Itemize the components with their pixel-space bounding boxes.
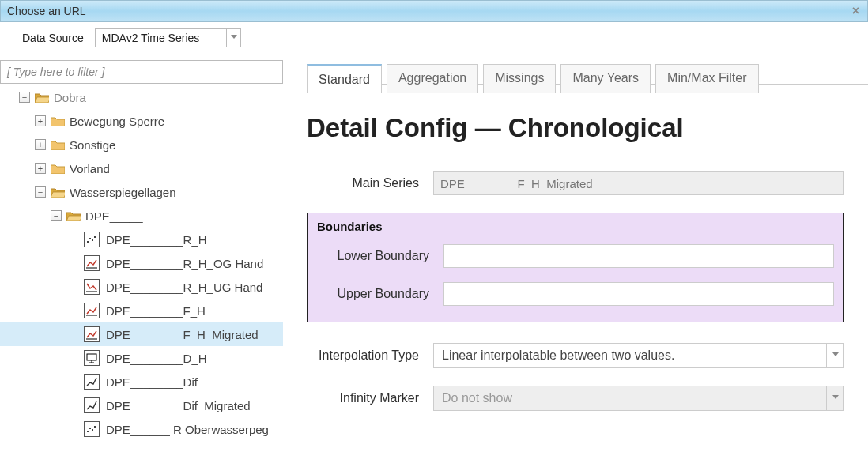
value-text: DPE________F_H_Migrated: [440, 177, 593, 190]
tree-label: DPE________R_H_UG Hand: [106, 281, 262, 294]
tab-aggregation[interactable]: Aggregation: [387, 64, 478, 93]
tree-item[interactable]: DPE________Dif_Migrated: [0, 394, 283, 417]
folder-open-icon: [35, 92, 49, 103]
interpolation-label: Interpolation Type: [307, 348, 433, 363]
line-icon: [84, 397, 100, 413]
monitor-icon: [84, 350, 100, 366]
chevron-down-icon: [226, 29, 240, 47]
upper-boundary-input[interactable]: [443, 282, 834, 306]
window-titlebar: Choose an URL ×: [0, 0, 868, 22]
tab-minmax[interactable]: Min/Max Filter: [655, 64, 758, 93]
tree-label: DPE_____: [85, 209, 143, 223]
tree-label: DPE______ R Oberwasserpeg: [106, 423, 269, 436]
dots-icon: [84, 421, 100, 437]
interpolation-value: Linear interpolatable between two values…: [434, 348, 826, 363]
datasource-select[interactable]: MDAv2 Time Series: [95, 28, 241, 47]
tree-node[interactable]: + Vorland: [0, 156, 283, 180]
main-series-value: DPE________F_H_Migrated: [433, 171, 844, 195]
datasource-value: MDAv2 Time Series: [96, 32, 226, 44]
chart-icon: [84, 303, 100, 318]
page-title: Detail Config — Chronological: [307, 113, 844, 143]
row-main-series: Main Series DPE________F_H_Migrated: [307, 171, 844, 195]
row-infinity: Infinity Marker Do not show: [307, 386, 844, 411]
filter-placeholder: [ Type here to filter ]: [7, 66, 104, 78]
collapse-icon[interactable]: −: [35, 186, 46, 198]
lower-boundary-label: Lower Boundary: [317, 249, 443, 263]
tree-label: DPE________Dif: [106, 375, 198, 389]
chevron-down-icon: [826, 386, 843, 410]
detail-panel: Standard Aggregation Missings Many Years…: [283, 84, 868, 452]
infinity-value: Do not show: [434, 391, 826, 405]
tree-label: Vorland: [70, 162, 110, 175]
tree-node[interactable]: + Sonstige: [0, 133, 283, 156]
folder-open-icon: [66, 210, 81, 221]
line-icon: [84, 374, 100, 390]
folder-icon: [51, 139, 65, 150]
tree-label: Bewegung Sperre: [70, 115, 164, 128]
chart-icon: [84, 255, 100, 271]
infinity-select[interactable]: Do not show: [433, 386, 844, 411]
datasource-label: Data Source: [22, 32, 84, 44]
folder-open-icon: [51, 186, 65, 198]
interpolation-select[interactable]: Linear interpolatable between two values…: [433, 343, 844, 368]
window-title: Choose an URL: [7, 5, 86, 17]
main-series-label: Main Series: [307, 176, 433, 190]
tab-label: Many Years: [572, 71, 639, 85]
row-lower-boundary: Lower Boundary: [317, 244, 834, 268]
chart-icon: [84, 326, 100, 342]
folder-icon: [51, 163, 65, 174]
upper-boundary-label: Upper Boundary: [317, 287, 443, 301]
lower-boundary-input[interactable]: [443, 244, 834, 268]
dots-icon: [84, 232, 100, 247]
tab-label: Standard: [319, 73, 370, 86]
tab-standard[interactable]: Standard: [307, 64, 382, 93]
tabs: Standard Aggregation Missings Many Years…: [307, 63, 759, 92]
collapse-icon[interactable]: −: [19, 92, 30, 103]
tree-item[interactable]: DPE________R_H_OG Hand: [0, 251, 283, 275]
tree-label: Wasserspiegellagen: [70, 186, 176, 199]
infinity-label: Infinity Marker: [307, 391, 433, 405]
chart-icon: [84, 279, 100, 295]
tree-label: Dobra: [54, 91, 86, 104]
tree-item[interactable]: DPE________D_H: [0, 346, 283, 370]
expand-icon[interactable]: +: [35, 163, 46, 174]
folder-icon: [51, 115, 65, 126]
tree-item-selected[interactable]: DPE________F_H_Migrated: [0, 322, 283, 346]
tab-label: Aggregation: [398, 71, 466, 85]
tree-label: Sonstige: [70, 138, 115, 152]
tree-item[interactable]: DPE________R_H_UG Hand: [0, 275, 283, 299]
tree-label: DPE________R_H: [106, 233, 207, 247]
chevron-down-icon: [826, 344, 843, 367]
boundaries-legend: Boundaries: [317, 220, 834, 233]
tree-node-wsp[interactable]: − Wasserspiegellagen: [0, 180, 283, 204]
tab-label: Min/Max Filter: [667, 71, 746, 85]
boundaries-group: Boundaries Lower Boundary Upper Boundary: [307, 213, 844, 322]
tree-label: DPE________Dif_Migrated: [106, 399, 251, 412]
tab-label: Missings: [495, 71, 544, 85]
expand-icon[interactable]: +: [35, 115, 46, 126]
tree-label: DPE________D_H: [106, 352, 207, 365]
tree-label: DPE________R_H_OG Hand: [106, 257, 263, 270]
row-upper-boundary: Upper Boundary: [317, 282, 834, 306]
tree-item[interactable]: DPE________R_H: [0, 228, 283, 251]
tree-item[interactable]: DPE______ R Oberwasserpeg: [0, 417, 283, 441]
tab-many-years[interactable]: Many Years: [560, 64, 651, 93]
tab-missings[interactable]: Missings: [483, 64, 556, 93]
tree-item[interactable]: DPE________F_H: [0, 299, 283, 322]
tree-node-dpe[interactable]: − DPE_____: [0, 204, 283, 228]
row-interpolation: Interpolation Type Linear interpolatable…: [307, 343, 844, 368]
close-icon[interactable]: ×: [852, 4, 859, 18]
expand-icon[interactable]: +: [35, 139, 46, 150]
datasource-row: Data Source MDAv2 Time Series: [0, 22, 868, 54]
tree-node[interactable]: + Bewegung Sperre: [0, 109, 283, 133]
tree-node-root[interactable]: − Dobra: [0, 85, 283, 109]
tree-item[interactable]: DPE________Dif: [0, 370, 283, 394]
collapse-icon[interactable]: −: [51, 210, 62, 221]
tree-filter-input[interactable]: [ Type here to filter ]: [0, 60, 283, 84]
tree-label: DPE________F_H_Migrated: [106, 328, 259, 341]
tree-label: DPE________F_H: [106, 304, 206, 318]
tree-panel: − Dobra + Bewegung Sperre + Sonstige + V…: [0, 84, 283, 452]
